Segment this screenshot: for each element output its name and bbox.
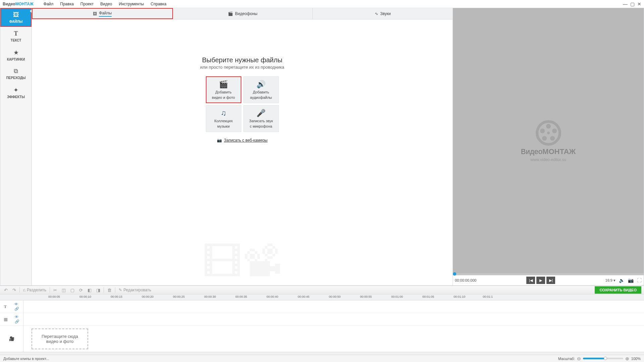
rotate-button[interactable]: ⟳ bbox=[78, 288, 84, 293]
svg-point-2 bbox=[552, 129, 557, 133]
track-video[interactable]: Перетащите сюда видео и фото bbox=[23, 326, 644, 352]
menu-file[interactable]: Файл bbox=[40, 2, 57, 6]
effects-icon: ✦ bbox=[13, 86, 18, 94]
edit-button[interactable]: ✎ Редактировать bbox=[117, 288, 153, 292]
preview-url: www.video-editor.su bbox=[521, 157, 576, 162]
sidebar-item-effects[interactable]: ✦ ЭФФЕКТЫ bbox=[0, 83, 32, 102]
sidebar-label: КАРТИНКИ bbox=[7, 58, 25, 61]
fullscreen-icon[interactable]: ⛶ bbox=[637, 278, 642, 283]
left-sidebar: 🖼 ФАЙЛЫ T ТЕКСТ ★ КАРТИНКИ ⧉ ПЕРЕХОДЫ ✦ … bbox=[0, 8, 32, 285]
overlay-track-icon: ▦ bbox=[4, 317, 8, 322]
record-webcam-link[interactable]: Записать с веб-камеры bbox=[224, 138, 268, 143]
status-hint: Добавьте клипы в проект... bbox=[3, 357, 49, 361]
zoom-handle[interactable] bbox=[604, 357, 607, 360]
music-icon: ♫ bbox=[221, 109, 226, 118]
video-icon: 🎬 bbox=[228, 11, 233, 16]
volume-icon[interactable]: 🔈 bbox=[619, 278, 625, 283]
split-button[interactable]: ⎌ Разделить bbox=[22, 288, 48, 292]
menu-help[interactable]: Справка bbox=[147, 2, 170, 6]
stop-button[interactable]: ▢ bbox=[69, 288, 76, 293]
tab-label: Файлы bbox=[99, 11, 112, 17]
drop-area: Выберите нужные файлы или просто перетащ… bbox=[32, 19, 453, 285]
sidebar-item-images[interactable]: ★ КАРТИНКИ bbox=[0, 46, 32, 64]
menu-edit[interactable]: Правка bbox=[57, 2, 77, 6]
next-frame-button[interactable]: ▶| bbox=[546, 277, 555, 284]
eye-icon[interactable]: 👁 bbox=[14, 302, 19, 306]
sidebar-label: ФАЙЛЫ bbox=[9, 20, 23, 23]
transition-icon: ⧉ bbox=[14, 68, 18, 75]
tab-sounds[interactable]: ∿ Звуки bbox=[313, 8, 453, 19]
timeline-tracks: T 👁🔗 ▦ 👁🔗 🎥 Перетащите сюда видео и фото bbox=[0, 300, 644, 352]
track-text[interactable] bbox=[23, 300, 644, 313]
status-bar: Добавьте клипы в проект... Масштаб: ⊖ ⊕ … bbox=[0, 355, 644, 362]
seek-handle[interactable] bbox=[453, 272, 456, 276]
prev-frame-button[interactable]: |◀ bbox=[526, 277, 535, 284]
webcam-icon: 📷 bbox=[217, 138, 222, 143]
add-video-photo-button[interactable]: 🎬 Добавить видео и фото bbox=[206, 76, 241, 103]
timeline-dropzone[interactable]: Перетащите сюда видео и фото bbox=[32, 329, 88, 349]
music-collection-button[interactable]: ♫ Коллекция музыки bbox=[206, 105, 241, 132]
save-video-button[interactable]: СОХРАНИТЬ ВИДЕО bbox=[595, 286, 641, 294]
video-track-icon: 🎥 bbox=[9, 336, 14, 341]
app-logo: ВидеоМОНТАЖ bbox=[3, 2, 34, 6]
eye-icon[interactable]: 👁 bbox=[15, 315, 19, 319]
preview-seek-slider[interactable] bbox=[453, 273, 644, 275]
aspect-ratio-select[interactable]: 16:9 ▾ bbox=[605, 278, 616, 283]
sidebar-item-transitions[interactable]: ⧉ ПЕРЕХОДЫ bbox=[0, 64, 32, 83]
zoom-in-button[interactable]: ⊕ bbox=[625, 356, 629, 361]
svg-point-3 bbox=[550, 136, 555, 141]
image-icon: 🖼 bbox=[13, 11, 19, 18]
clapper-icon: 🎬 bbox=[219, 80, 228, 89]
link-icon[interactable]: 🔗 bbox=[15, 319, 19, 324]
menu-video[interactable]: Видео bbox=[97, 2, 115, 6]
redo-button[interactable]: ↷ bbox=[11, 288, 17, 293]
delete-button[interactable]: 🗑 bbox=[106, 288, 113, 293]
sound-icon: ∿ bbox=[375, 11, 378, 16]
star-icon: ★ bbox=[13, 49, 19, 56]
svg-point-5 bbox=[540, 129, 545, 133]
edit-icon: ✎ bbox=[119, 288, 122, 292]
timeline-toolbar: ↶ ↷ ⎌ Разделить ✂ ◫ ▢ ⟳ ◧ ◨ 🗑 ✎ Редактир… bbox=[0, 286, 644, 294]
picture-icon: 🖼 bbox=[93, 11, 97, 16]
timeline-ruler[interactable]: 00:00:05 00:00:10 00:00:15 00:00:20 00:0… bbox=[0, 294, 644, 300]
decorative-bg: 🎞📽 bbox=[202, 239, 283, 285]
zoom-value: 100% bbox=[631, 357, 641, 361]
tab-files[interactable]: 🖼 Файлы bbox=[32, 8, 173, 19]
timecode: 00:00:00.000 bbox=[455, 278, 476, 282]
snapshot-icon[interactable]: 📷 bbox=[628, 278, 634, 283]
play-button[interactable]: ▶ bbox=[536, 277, 545, 284]
top-tabs: 🖼 Файлы 🎬 Видеофоны ∿ Звуки bbox=[32, 8, 453, 19]
track-head-overlay[interactable]: ▦ 👁🔗 bbox=[0, 313, 23, 326]
crop-button[interactable]: ◫ bbox=[60, 288, 67, 293]
link-icon[interactable]: 🔗 bbox=[14, 307, 19, 311]
preview-panel: ВидеоМОНТАЖ www.video-editor.su 00:00:00… bbox=[453, 8, 644, 285]
tab-videofons[interactable]: 🎬 Видеофоны bbox=[173, 8, 313, 19]
zoom-slider[interactable] bbox=[583, 358, 623, 359]
split-icon: ⎌ bbox=[23, 288, 25, 292]
menu-bar: ВидеоМОНТАЖ Файл Правка Проект Видео Инс… bbox=[0, 0, 644, 8]
mic-icon: 🎤 bbox=[256, 109, 266, 118]
zoom-label: Масштаб: bbox=[558, 357, 575, 361]
cut-button[interactable]: ✂ bbox=[52, 288, 58, 293]
track-head-video[interactable]: 🎥 bbox=[0, 326, 23, 352]
sidebar-item-files[interactable]: 🖼 ФАЙЛЫ bbox=[0, 8, 32, 27]
maximize-icon[interactable]: ▢ bbox=[630, 1, 635, 7]
track-head-text[interactable]: T 👁🔗 bbox=[0, 300, 23, 313]
reel-icon bbox=[535, 120, 562, 146]
sidebar-label: ЭФФЕКТЫ bbox=[7, 95, 25, 99]
track-overlay[interactable] bbox=[23, 313, 644, 326]
menu-project[interactable]: Проект bbox=[77, 2, 97, 6]
preview-canvas: ВидеоМОНТАЖ www.video-editor.su bbox=[453, 8, 644, 273]
drop-title: Выберите нужные файлы bbox=[202, 56, 283, 64]
add-audio-button[interactable]: 🔊 Добавить аудиофайлы bbox=[243, 76, 279, 103]
text-track-icon: T bbox=[4, 304, 7, 309]
close-icon[interactable]: ✕ bbox=[637, 1, 641, 7]
zoom-out-button[interactable]: ⊖ bbox=[577, 356, 581, 361]
sidebar-item-text[interactable]: T ТЕКСТ bbox=[0, 27, 32, 46]
menu-tools[interactable]: Инструменты bbox=[115, 2, 147, 6]
minimize-icon[interactable]: — bbox=[623, 1, 628, 7]
record-mic-button[interactable]: 🎤 Записать звук с микрофона bbox=[243, 105, 279, 132]
undo-button[interactable]: ↶ bbox=[3, 288, 9, 293]
tool1-button[interactable]: ◧ bbox=[86, 288, 93, 293]
tool2-button[interactable]: ◨ bbox=[95, 288, 102, 293]
